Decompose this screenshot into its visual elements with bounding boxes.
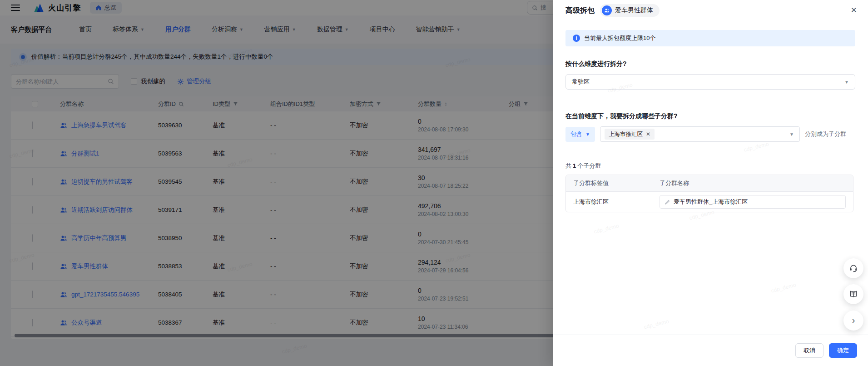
subgroup-table-header: 子分群标签值 子分群名称 <box>566 175 853 191</box>
cancel-button[interactable]: 取消 <box>795 343 823 358</box>
subgroup-table: 子分群标签值 子分群名称 上海市徐汇区 爱车男性群体_上海市徐汇区 <box>565 175 853 212</box>
quota-alert-text: 当前最大拆包额度上限10个 <box>584 34 655 42</box>
chevron-down-icon: ▼ <box>789 132 794 137</box>
operator-select[interactable]: 包含 ▼ <box>565 127 595 142</box>
condition-row: 包含 ▼ 上海市徐汇区 ✕ ▼ 分别成为子分群 <box>565 126 855 142</box>
drawer-body: i 当前最大拆包额度上限10个 按什么维度进行拆分? 常驻区 ▼ 在当前维度下，… <box>553 30 868 212</box>
drawer-title: 高级拆包 <box>565 6 595 15</box>
remove-tag-icon[interactable]: ✕ <box>646 131 650 137</box>
users-icon <box>602 5 612 15</box>
book-icon <box>849 290 858 299</box>
subgroup-table-row: 上海市徐汇区 爱车男性群体_上海市徐汇区 <box>566 191 853 212</box>
collapse-fab[interactable]: › <box>843 311 863 331</box>
headset-icon <box>849 264 858 273</box>
col-subgroup-label: 子分群标签值 <box>566 179 652 187</box>
subgroup-values-multiselect[interactable]: 上海市徐汇区 ✕ ▼ <box>600 126 800 142</box>
app-stage: 火山引擎 总览 搜 客户数据平台 首页 标签体系▼ 用户分群 分析洞察▼ 营销应… <box>0 0 868 366</box>
audience-name: 爱车男性群体 <box>615 6 653 15</box>
drawer-header: 高级拆包 爱车男性群体 ✕ <box>553 0 868 21</box>
dimension-select[interactable]: 常驻区 ▼ <box>565 74 855 90</box>
support-fab[interactable] <box>843 258 863 278</box>
quota-alert: i 当前最大拆包额度上限10个 <box>565 30 855 46</box>
chevron-right-icon: › <box>852 316 855 325</box>
condition-suffix: 分别成为子分群 <box>805 130 846 138</box>
subgroup-summary: 共1个子分群 <box>565 162 855 170</box>
pencil-icon <box>665 199 670 205</box>
subgroup-name-input[interactable]: 爱车男性群体_上海市徐汇区 <box>660 195 846 209</box>
chevron-down-icon: ▼ <box>585 132 590 137</box>
chevron-down-icon: ▼ <box>844 80 849 85</box>
info-icon: i <box>573 35 580 42</box>
dimension-value: 常驻区 <box>572 78 590 86</box>
dimension-question: 按什么维度进行拆分? <box>565 60 855 68</box>
advanced-split-drawer: 高级拆包 爱车男性群体 ✕ i 当前最大拆包额度上限10个 按什么维度进行拆分?… <box>553 0 868 366</box>
col-subgroup-name: 子分群名称 <box>652 179 853 187</box>
subgroup-label-value: 上海市徐汇区 <box>566 198 652 206</box>
audience-badge: 爱车男性群体 <box>600 4 660 17</box>
subgroups-question: 在当前维度下，我要拆分成哪些子分群? <box>565 112 855 120</box>
confirm-button[interactable]: 确定 <box>829 343 857 358</box>
drawer-footer: 取消 确定 <box>553 335 868 366</box>
docs-fab[interactable] <box>843 284 863 304</box>
value-tag: 上海市徐汇区 ✕ <box>605 129 655 140</box>
close-icon[interactable]: ✕ <box>851 5 857 15</box>
